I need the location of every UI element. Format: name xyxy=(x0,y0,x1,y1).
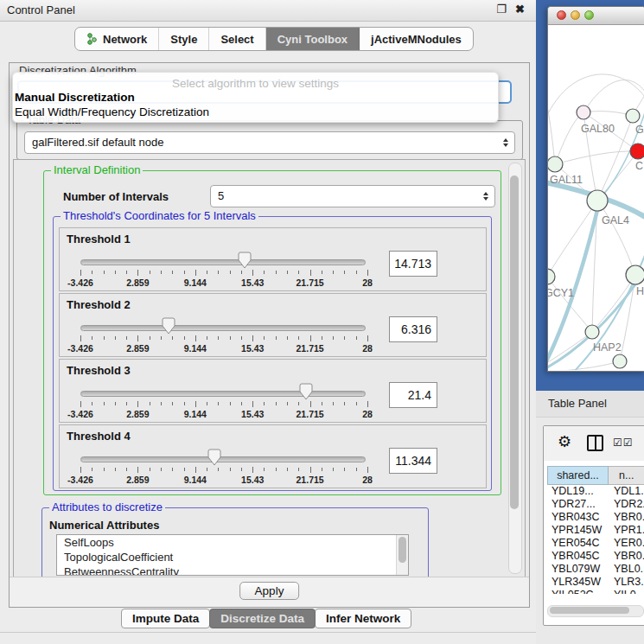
horizontal-scrollbar[interactable] xyxy=(547,605,644,617)
settings-gear-icon[interactable]: ⚙ xyxy=(558,432,571,451)
tick-mark xyxy=(172,271,173,274)
tab-select[interactable]: Select xyxy=(209,28,265,50)
tick-mark xyxy=(367,467,368,473)
attributes-group: Attributes to discretize Numerical Attri… xyxy=(41,507,429,577)
slider-thumb[interactable] xyxy=(162,317,175,335)
table-row[interactable]: YLR345WYLR3... xyxy=(547,576,644,589)
network-node[interactable] xyxy=(626,109,640,123)
slider-thumb[interactable] xyxy=(299,383,313,400)
network-node[interactable] xyxy=(613,354,627,368)
slider-thumb[interactable] xyxy=(207,449,221,466)
table-row[interactable]: YIL052CYIL0... xyxy=(547,589,644,594)
tick-mark xyxy=(230,271,231,274)
table-data-value: galFiltered.sif default node xyxy=(32,132,163,152)
table-panel-title: Table Panel xyxy=(548,397,607,410)
tab-label: Cyni Toolbox xyxy=(277,33,348,46)
tick-mark xyxy=(298,402,299,405)
axis-tick-label: -3.426 xyxy=(67,277,93,288)
node-label: GAL11 xyxy=(550,174,583,186)
network-node[interactable] xyxy=(577,105,590,119)
table-row[interactable]: YER054CYER0... xyxy=(547,537,644,550)
tick-mark xyxy=(184,271,185,274)
axis-tick-label: -3.426 xyxy=(67,475,93,485)
network-canvas[interactable]: GAL80GAL11GAL4GCY1HAP2GACH xyxy=(548,24,644,370)
slider-track[interactable] xyxy=(80,259,366,265)
tick-mark xyxy=(92,336,92,340)
network-node[interactable] xyxy=(548,156,563,172)
attribute-item-selfloops[interactable]: SelfLoops xyxy=(57,535,408,550)
algorithm-option-manual-discretization[interactable]: Manual Discretization xyxy=(15,91,135,104)
tick-mark xyxy=(80,335,81,341)
mac-zoom-icon[interactable] xyxy=(584,10,594,20)
slider-track[interactable] xyxy=(80,325,366,331)
attribute-item-betweennesscentrality[interactable]: BetweennessCentrality xyxy=(57,564,408,576)
table-data-combo[interactable]: galFiltered.sif default node xyxy=(24,131,515,154)
table-row[interactable]: YBR043CYBR0... xyxy=(547,511,644,524)
select-columns-icon[interactable]: ☑☑ xyxy=(613,437,634,449)
network-node[interactable] xyxy=(548,269,555,284)
tab-label: jActiveMNodules xyxy=(371,33,462,46)
mode-tab-infer-network[interactable]: Infer Network xyxy=(315,609,411,628)
tick-mark xyxy=(172,336,173,340)
network-window: GAL80GAL11GAL4GCY1HAP2GACH xyxy=(547,6,644,372)
network-node[interactable] xyxy=(587,190,608,211)
mac-minimize-icon[interactable] xyxy=(571,10,580,20)
apply-button[interactable]: Apply xyxy=(239,582,300,600)
table-cell: YIL052C xyxy=(547,589,609,594)
tick-mark xyxy=(80,270,81,276)
control-panel-titlebar: Control Panel ❐ ✖ xyxy=(0,0,536,22)
mac-close-icon[interactable] xyxy=(557,10,566,20)
column-header-1[interactable]: n... xyxy=(609,466,644,485)
column-split-icon[interactable] xyxy=(587,435,603,451)
algorithm-option-equal-width-frequency-discretization[interactable]: Equal Width/Frequency Discretization xyxy=(15,105,209,118)
table-row[interactable]: YBL079WYBL0... xyxy=(547,563,644,576)
scrollbar-thumb[interactable] xyxy=(510,175,519,509)
network-node[interactable] xyxy=(626,265,644,284)
tick-mark xyxy=(310,401,311,407)
slider-track[interactable] xyxy=(80,391,366,397)
table-row[interactable]: YBR045CYBR0... xyxy=(547,550,644,563)
threshold-value-field[interactable]: 14.713 xyxy=(389,251,437,277)
list-scrollbar[interactable] xyxy=(396,535,408,575)
scrollbar-thumb[interactable] xyxy=(399,537,406,563)
slider-track[interactable] xyxy=(80,456,366,462)
node-label: GAL4 xyxy=(602,214,629,226)
tick-mark xyxy=(241,402,242,405)
axis-tick-label: 2.859 xyxy=(126,343,149,354)
mode-tab-discretize-data[interactable]: Discretize Data xyxy=(209,609,316,628)
tab-network[interactable]: Network xyxy=(75,28,159,50)
node-label: HAP2 xyxy=(593,341,622,354)
attribute-item-topologicalcoefficient[interactable]: TopologicalCoefficient xyxy=(57,550,408,564)
threshold-panel-2: Threshold 2-3.4262.8599.14415.4321.71528… xyxy=(59,293,487,357)
tick-mark xyxy=(207,271,207,274)
network-node[interactable] xyxy=(585,325,599,339)
network-window-titlebar[interactable] xyxy=(548,7,644,25)
scrollbar-thumb[interactable] xyxy=(550,607,629,614)
numerical-attributes-list[interactable]: SelfLoopsTopologicalCoefficientBetweenne… xyxy=(56,534,409,576)
vertical-scrollbar[interactable] xyxy=(508,163,522,574)
tick-mark xyxy=(367,401,368,407)
slider-ticks xyxy=(80,401,367,408)
slider-thumb[interactable] xyxy=(238,252,252,269)
close-icon[interactable]: ✖ xyxy=(515,3,525,16)
tick-mark xyxy=(218,336,219,340)
tab-jactivemnodules[interactable]: jActiveMNodules xyxy=(360,28,473,50)
tab-cyni-toolbox[interactable]: Cyni Toolbox xyxy=(266,28,360,50)
number-of-intervals-combo[interactable]: 5 xyxy=(210,185,495,207)
axis-tick-label: -3.426 xyxy=(67,409,93,419)
tick-mark xyxy=(207,336,207,340)
threshold-value-field[interactable]: 11.344 xyxy=(389,448,437,474)
tab-style[interactable]: Style xyxy=(159,28,209,50)
threshold-value-field[interactable]: 6.316 xyxy=(389,316,437,342)
tick-mark xyxy=(184,468,185,471)
mode-tab-impute-data[interactable]: Impute Data xyxy=(121,609,210,628)
network-node[interactable] xyxy=(630,143,644,159)
table-row[interactable]: YDR27...YDR2... xyxy=(547,498,644,511)
table-cell: YDR2... xyxy=(609,498,644,511)
float-window-icon[interactable]: ❐ xyxy=(496,3,507,16)
table-row[interactable]: YPR145WYPR1... xyxy=(547,524,644,537)
tick-mark xyxy=(241,271,242,274)
column-header-0[interactable]: shared... xyxy=(547,466,609,485)
threshold-value-field[interactable]: 21.4 xyxy=(389,382,437,408)
table-row[interactable]: YDL19...YDL1... xyxy=(547,485,644,498)
